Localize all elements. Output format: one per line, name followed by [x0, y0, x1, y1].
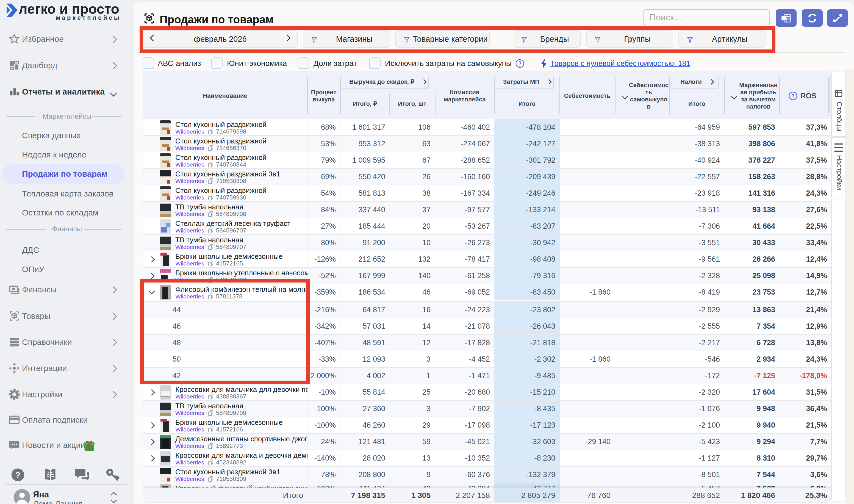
- svg-text:x: x: [782, 15, 785, 21]
- svg-text:?: ?: [15, 470, 20, 480]
